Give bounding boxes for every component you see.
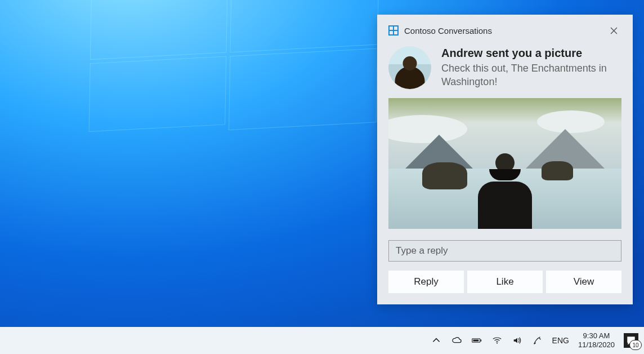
close-icon	[610, 27, 618, 34]
clock-time: 9:30 AM	[583, 331, 610, 340]
battery-tray-icon[interactable]	[471, 335, 482, 346]
desktop: Contoso Conversations Andrew sent you a …	[0, 0, 644, 354]
reply-input[interactable]	[388, 240, 621, 262]
clock[interactable]: 9:30 AM 11/18/2020	[578, 331, 615, 350]
wifi-icon	[492, 335, 502, 346]
hero-image	[388, 98, 621, 229]
speaker-icon	[512, 335, 522, 346]
volume-tray-icon[interactable]	[512, 335, 523, 346]
battery-icon	[472, 335, 482, 346]
action-center-button[interactable]: 10	[624, 333, 638, 348]
toast-content: Andrew sent you a picture Check this out…	[388, 46, 621, 89]
system-tray: ENG 9:30 AM 11/18/2020 10	[431, 331, 638, 350]
toast-body: Check this out, The Enchantments in Wash…	[441, 61, 621, 89]
reply-button[interactable]: Reply	[388, 271, 464, 293]
windows-logo	[88, 0, 396, 160]
language-indicator[interactable]: ENG	[552, 336, 569, 345]
notification-badge: 10	[629, 340, 642, 350]
svg-rect-3	[480, 339, 481, 341]
sender-avatar	[388, 46, 431, 89]
app-icon	[388, 25, 399, 36]
svg-point-5	[497, 343, 498, 344]
pen-icon	[533, 335, 543, 346]
toast-header: Contoso Conversations	[388, 23, 621, 38]
svg-rect-4	[473, 339, 478, 341]
onedrive-tray-icon[interactable]	[451, 335, 462, 346]
tray-overflow-button[interactable]	[431, 335, 442, 346]
clock-date: 11/18/2020	[578, 340, 615, 349]
app-name: Contoso Conversations	[404, 26, 492, 36]
taskbar: ENG 9:30 AM 11/18/2020 10	[0, 327, 644, 354]
wifi-tray-icon[interactable]	[491, 335, 503, 346]
toast-notification: Contoso Conversations Andrew sent you a …	[377, 15, 633, 304]
ink-tray-icon[interactable]	[532, 335, 543, 346]
chevron-up-icon	[431, 335, 441, 346]
toast-actions: Reply Like View	[388, 271, 621, 293]
toast-title: Andrew sent you a picture	[441, 46, 621, 60]
close-button[interactable]	[606, 23, 621, 38]
view-button[interactable]: View	[546, 271, 621, 293]
cloud-icon	[451, 335, 462, 346]
like-button[interactable]: Like	[467, 271, 543, 293]
